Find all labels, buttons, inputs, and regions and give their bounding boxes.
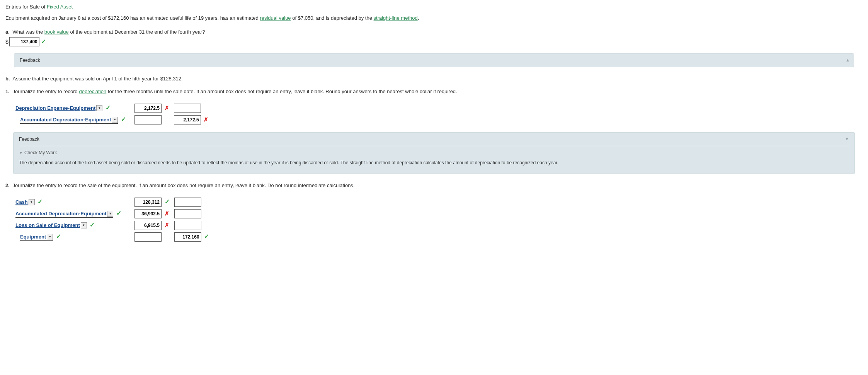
account-label: Equipment: [20, 234, 46, 240]
b1-t1: Journalize the entry to record: [12, 89, 77, 94]
credit-input[interactable]: [174, 232, 201, 242]
triangle-down-icon: ▼: [19, 151, 23, 155]
intro-paragraph: Equipment acquired on January 8 at a cos…: [5, 14, 863, 22]
book-value-input[interactable]: [9, 37, 39, 46]
feedback-panel-a[interactable]: Feedback ▲: [14, 53, 854, 67]
part-a-question: a. What was the book value of the equipm…: [5, 29, 863, 35]
journal-row: Accumulated Depreciation-Equipment▾ ✓ ✗: [14, 209, 212, 218]
cross-icon: ✗: [204, 116, 208, 123]
credit-input[interactable]: [174, 209, 201, 218]
book-value-link[interactable]: book value: [44, 29, 69, 35]
chevron-down-icon[interactable]: ▾: [29, 199, 35, 205]
label-b: b.: [5, 76, 10, 82]
account-select[interactable]: Accumulated Depreciation-Equipment▾: [15, 211, 113, 218]
account-label: Accumulated Depreciation-Equipment: [15, 211, 106, 216]
chevron-down-icon[interactable]: ▾: [112, 117, 118, 123]
journal-row: Cash▾ ✓ ✓: [14, 198, 212, 207]
debit-input[interactable]: [134, 221, 162, 230]
label-b2: 2.: [5, 182, 10, 188]
debit-input[interactable]: [134, 232, 162, 242]
intro-text-2: of $7,050, and is depreciated by the: [292, 15, 372, 21]
chevron-down-icon[interactable]: ▾: [107, 211, 113, 217]
debit-input[interactable]: [134, 209, 162, 218]
journal-row: Depreciation Expense-Equipment▾ ✓ ✗: [14, 104, 211, 113]
check-icon: ✓: [90, 222, 95, 228]
cmw-label: Check My Work: [24, 150, 57, 155]
check-icon: ✓: [37, 198, 43, 205]
dollar-sign: $: [5, 39, 9, 45]
journal-row: Loss on Sale of Equipment▾ ✓ ✗: [14, 221, 212, 230]
chevron-down-icon[interactable]: ▾: [81, 222, 87, 228]
chevron-down-icon[interactable]: ▾: [47, 234, 53, 240]
chevron-down-icon[interactable]: ▾: [96, 105, 102, 111]
check-icon: ✓: [121, 116, 126, 123]
account-select[interactable]: Depreciation Expense-Equipment▾: [15, 105, 102, 112]
account-label: Loss on Sale of Equipment: [15, 222, 80, 228]
depreciation-link[interactable]: depreciation: [79, 89, 106, 94]
account-select[interactable]: Equipment▾: [20, 234, 53, 241]
debit-input[interactable]: [134, 104, 162, 113]
cross-icon: ✗: [165, 222, 169, 228]
journal-row: Equipment▾ ✓ ✓: [14, 232, 212, 242]
check-my-work-toggle[interactable]: ▼Check My Work: [19, 150, 849, 155]
check-icon: ✓: [41, 38, 46, 45]
a-q2: of the equipment at December 31 the end …: [70, 29, 205, 35]
credit-input[interactable]: [174, 104, 201, 113]
b-text: Assume that the equipment was sold on Ap…: [12, 76, 182, 82]
title-prefix: Entries for Sale of: [5, 4, 45, 10]
intro-text-1: Equipment acquired on January 8 at a cos…: [5, 15, 259, 21]
account-label: Cash: [15, 199, 28, 205]
feedback-label: Feedback: [19, 136, 39, 142]
residual-value-link[interactable]: residual value: [260, 15, 291, 21]
b1-t2: for the three months until the sale date…: [108, 89, 457, 94]
intro-period: .: [418, 15, 419, 21]
a-q1: What was the: [12, 29, 43, 35]
debit-input[interactable]: [134, 115, 162, 124]
journal-table-b2: Cash▾ ✓ ✓ Accumulated Depreciation-Equip…: [14, 195, 212, 244]
expand-icon[interactable]: ▼: [845, 136, 849, 141]
part-b2: 2. Journalize the entry to record the sa…: [5, 182, 863, 188]
part-b: b. Assume that the equipment was sold on…: [5, 76, 863, 82]
label-a: a.: [5, 29, 10, 35]
check-icon: ✓: [116, 210, 121, 216]
fixed-asset-link[interactable]: Fixed Asset: [47, 4, 73, 10]
page-title: Entries for Sale of Fixed Asset: [5, 4, 863, 10]
journal-table-b1: Depreciation Expense-Equipment▾ ✓ ✗ Accu…: [14, 101, 211, 127]
account-label: Accumulated Depreciation-Equipment: [20, 117, 111, 123]
feedback-label: Feedback: [20, 58, 40, 63]
account-label: Depreciation Expense-Equipment: [15, 105, 95, 111]
label-b1: 1.: [5, 89, 10, 94]
b2-text: Journalize the entry to record the sale …: [12, 182, 354, 188]
account-select[interactable]: Loss on Sale of Equipment▾: [15, 222, 87, 230]
check-icon: ✓: [165, 198, 170, 205]
credit-input[interactable]: [174, 221, 201, 230]
hint-text: The depreciation account of the fixed as…: [19, 159, 849, 167]
credit-input[interactable]: [174, 198, 201, 207]
account-select[interactable]: Cash▾: [15, 199, 35, 206]
feedback-panel-b1: Feedback ▼ ▼Check My Work The depreciati…: [13, 132, 855, 174]
check-icon: ✓: [204, 233, 209, 240]
check-icon: ✓: [56, 233, 61, 240]
straight-line-link[interactable]: straight-line method: [374, 15, 418, 21]
account-select[interactable]: Accumulated Depreciation-Equipment▾: [20, 117, 118, 124]
debit-input[interactable]: [134, 198, 162, 207]
part-b1: 1. Journalize the entry to record deprec…: [5, 89, 863, 94]
part-a: a. What was the book value of the equipm…: [5, 29, 863, 46]
cross-icon: ✗: [165, 105, 169, 111]
journal-row: Accumulated Depreciation-Equipment▾ ✓ ✗: [14, 115, 211, 124]
cross-icon: ✗: [165, 210, 169, 216]
collapse-icon[interactable]: ▲: [846, 58, 850, 62]
credit-input[interactable]: [174, 115, 201, 124]
check-icon: ✓: [106, 104, 111, 111]
